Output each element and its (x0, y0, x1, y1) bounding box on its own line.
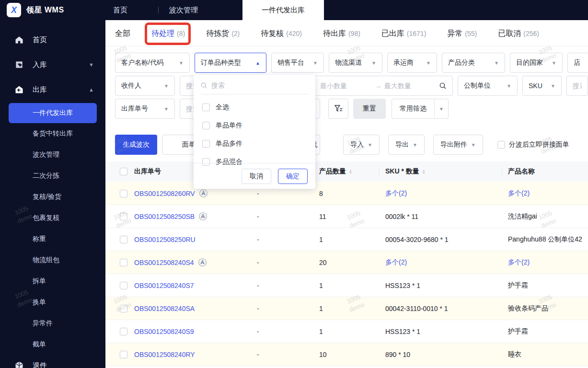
sort-icons[interactable]: ▲▼ (349, 169, 352, 174)
sidebar-subitem-review-inspect[interactable]: 复核/验货 (0, 186, 105, 207)
filter-partial-right[interactable]: 店 (567, 53, 588, 73)
cell-sku-link[interactable]: 多个(2) (385, 258, 508, 267)
tab-all[interactable]: 全部 (115, 29, 130, 39)
cell-dash: - (257, 282, 319, 289)
sort-icons[interactable]: ▲▼ (422, 169, 426, 174)
sidebar-item-label: 入库 (33, 60, 47, 69)
dropdown-search-input[interactable] (211, 81, 298, 89)
order-number-link[interactable]: OBS0012508240SA (134, 305, 195, 312)
cell-name-link[interactable]: 多个(2) (508, 258, 588, 267)
row-checkbox[interactable] (120, 305, 127, 312)
row-checkbox[interactable] (120, 190, 127, 197)
sidebar-item-inbound[interactable]: 入库 ▼ (0, 54, 105, 75)
row-checkbox[interactable] (120, 351, 127, 358)
order-number-link[interactable]: OBS0012508240S9 (134, 328, 194, 335)
row-checkbox[interactable] (120, 236, 127, 243)
column-sku-qty[interactable]: SKU * 数量 ▲▼ (379, 168, 508, 175)
order-number-link[interactable]: OBS0012508260RV (134, 190, 195, 197)
option-select-all[interactable]: 全选 (194, 98, 315, 116)
tab-count: (1671) (407, 30, 426, 37)
sidebar-item-returns[interactable]: 退件 (0, 355, 105, 368)
tab-cancelled[interactable]: 已取消 (256) (498, 29, 539, 39)
max-quantity-input[interactable] (384, 82, 436, 90)
cell-dash: - (257, 305, 319, 312)
tab-outbound-done[interactable]: 已出库 (1671) (381, 29, 426, 39)
tab-to-outbound[interactable]: 待出库 (98) (323, 29, 360, 39)
tab-exception[interactable]: 异常 (55) (447, 29, 477, 39)
stitch-label-checkbox[interactable] (497, 141, 505, 149)
generate-wave-button[interactable]: 生成波次 (115, 135, 157, 155)
order-number-link[interactable]: OBS0012508250RU (134, 236, 196, 243)
cell-sku-link[interactable]: 多个(2) (385, 189, 508, 198)
reset-button[interactable]: 重置 (353, 99, 386, 119)
sidebar-subitem-wave-management[interactable]: 波次管理 (0, 144, 105, 165)
cell-name-link[interactable]: 多个(2) (508, 189, 588, 198)
sidebar-subitem-logistics-grouping[interactable]: 物流组包 (0, 250, 105, 271)
order-status-icon[interactable] (198, 212, 208, 221)
tab-to-pick[interactable]: 待拣货 (2) (206, 29, 240, 39)
export-button[interactable]: 导出▼ (388, 135, 425, 155)
cell-dash: - (257, 213, 319, 220)
sidebar-item-outbound[interactable]: 出库 ▲ (0, 79, 105, 100)
sidebar-subitem-split-order[interactable]: 拆单 (0, 271, 105, 292)
column-qty[interactable]: 产品数量 ▲▼ (319, 167, 385, 176)
option-single-item-multi[interactable]: 单品多件 (194, 135, 315, 153)
top-tab-active[interactable]: 一件代发出库 (242, 0, 324, 20)
chevron-down-icon: ▼ (551, 83, 555, 89)
sidebar-item-home[interactable]: 首页 (0, 29, 105, 50)
filter-customer[interactable]: 客户名称/代码▼ (115, 53, 190, 73)
row-checkbox[interactable] (120, 259, 127, 266)
advanced-filter-button[interactable] (328, 99, 348, 119)
search-icon[interactable] (439, 82, 447, 90)
tab-to-review[interactable]: 待复核 (420) (261, 29, 302, 39)
sidebar-subitem-weighing[interactable]: 称重 (0, 229, 105, 250)
sidebar-subitem-package-review[interactable]: 包裹复核 (0, 207, 105, 229)
filter-product-category[interactable]: 产品分类▼ (442, 53, 505, 73)
filter-destination-country[interactable]: 目的国家▼ (510, 53, 563, 73)
cancel-button[interactable]: 取消 (242, 169, 271, 184)
row-checkbox[interactable] (120, 328, 127, 335)
min-quantity-input[interactable] (320, 82, 372, 90)
topbar: X 领星 WMS 首页 波次管理 一件代发出库 (0, 0, 588, 20)
row-checkbox[interactable] (120, 282, 127, 289)
order-number-link[interactable]: OBS0012508250SB (134, 213, 195, 220)
sku-search-input-partial[interactable] (566, 76, 588, 96)
sidebar-subitem-stock-transfer[interactable]: 备货中转出库 (0, 123, 105, 144)
chevron-down-icon[interactable]: ▼ (434, 99, 448, 118)
sidebar-subitem-dropship-outbound[interactable]: 一件代发出库 (9, 103, 97, 123)
filter-sku[interactable]: SKU▼ (522, 76, 562, 96)
order-number-link[interactable]: OBS0012508240RY (134, 351, 195, 358)
order-status-icon[interactable] (198, 258, 207, 267)
export-attachments-button[interactable]: 导出附件▼ (433, 135, 483, 155)
chevron-down-icon: ▼ (552, 60, 556, 66)
row-checkbox[interactable] (120, 213, 127, 220)
order-number-link[interactable]: OBS0012508240S7 (134, 282, 194, 289)
option-checkbox[interactable] (202, 122, 210, 129)
select-all-checkbox[interactable] (120, 168, 127, 175)
sidebar-subitem-secondary-sorting[interactable]: 二次分拣 (0, 165, 105, 186)
tab-count: (2) (231, 30, 240, 37)
filter-unit[interactable]: 公制单位▼ (458, 76, 518, 96)
order-status-icon[interactable] (199, 189, 208, 198)
confirm-button[interactable]: 确定 (278, 169, 308, 184)
filter-sales-platform[interactable]: 销售平台▼ (271, 53, 324, 73)
app-logo-icon: X (7, 3, 21, 17)
filter-carrier[interactable]: 承运商▼ (387, 53, 437, 73)
common-filters-button[interactable]: 常用筛选 ▼ (392, 99, 449, 119)
option-single-item-single[interactable]: 单品单件 (194, 116, 315, 135)
filter-recipient[interactable]: 收件人▼ (115, 76, 175, 96)
order-number-link[interactable]: OBS0012508240S4 (134, 259, 194, 266)
top-nav-wave[interactable]: 波次管理 (169, 6, 198, 15)
filter-order-number[interactable]: 出库单号▼ (115, 99, 175, 119)
option-checkbox[interactable] (202, 104, 210, 111)
top-nav-home[interactable]: 首页 (113, 6, 127, 15)
tab-pending[interactable]: 待处理 (8) (151, 29, 185, 39)
filter-order-type[interactable]: 订单品种类型▲ (195, 53, 266, 73)
filter-logistics-channel[interactable]: 物流渠道▼ (329, 53, 382, 73)
sidebar-subitem-swap-order[interactable]: 换单 (0, 292, 105, 313)
sidebar-subitem-intercept-order[interactable]: 截单 (0, 334, 105, 355)
option-checkbox[interactable] (202, 140, 210, 148)
sidebar-subitem-exception-items[interactable]: 异常件 (0, 313, 105, 334)
column-product-name[interactable]: 产品名称 (502, 168, 588, 175)
import-button[interactable]: 导入▼ (343, 135, 380, 155)
